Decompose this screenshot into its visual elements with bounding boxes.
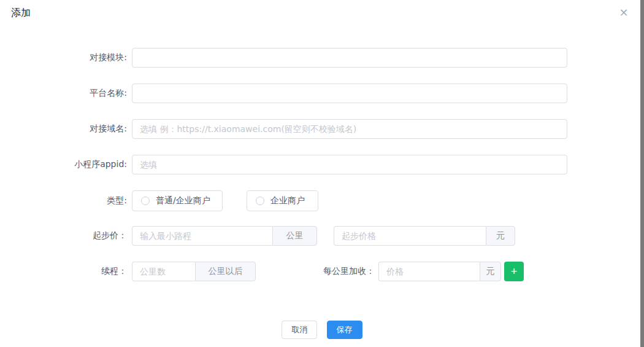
- per-km-surcharge-label: 每公里加收：: [256, 266, 375, 277]
- module-label: 对接模块:: [0, 52, 127, 63]
- domain-label: 对接域名:: [0, 123, 127, 135]
- platform-input[interactable]: [132, 84, 567, 103]
- save-button[interactable]: 保存: [327, 321, 362, 339]
- radio-normal-merchant-label: 普通/企业商户: [156, 195, 210, 206]
- radio-circle-icon: [141, 197, 150, 205]
- radio-enterprise-merchant-label: 企业商户: [270, 195, 305, 206]
- radio-normal-merchant[interactable]: 普通/企业商户: [132, 190, 223, 211]
- renewal-distance-input[interactable]: [132, 262, 195, 281]
- form-row-platform: 平台名称:: [0, 84, 626, 103]
- scrollbar[interactable]: [640, 0, 644, 347]
- cancel-button[interactable]: 取消: [282, 321, 317, 339]
- per-km-price-unit: 元: [480, 262, 501, 281]
- add-tier-button[interactable]: +: [504, 262, 524, 281]
- form-row-domain: 对接域名:: [0, 119, 626, 139]
- renewal-distance-group: 公里以后: [132, 262, 256, 281]
- min-distance-unit: 公里: [272, 226, 317, 246]
- dialog-footer: 取消 保存: [0, 321, 644, 339]
- per-km-price-input[interactable]: [378, 262, 480, 281]
- base-fare-group: 元: [334, 226, 515, 246]
- form-row-module: 对接模块:: [0, 48, 626, 68]
- form-row-appid: 小程序appid:: [0, 155, 626, 174]
- radio-circle-icon: [256, 197, 264, 205]
- base-fare-unit: 元: [486, 226, 515, 246]
- domain-input[interactable]: [132, 119, 567, 139]
- dialog-title: 添加: [11, 7, 31, 20]
- type-label: 类型:: [0, 195, 127, 206]
- radio-enterprise-merchant[interactable]: 企业商户: [247, 190, 318, 211]
- min-distance-input[interactable]: [132, 226, 272, 246]
- per-km-price-group: 元: [378, 262, 501, 281]
- appid-label: 小程序appid:: [0, 159, 127, 170]
- renewal-distance-unit: 公里以后: [195, 262, 256, 281]
- close-icon[interactable]: ×: [616, 5, 631, 20]
- module-input[interactable]: [132, 48, 567, 68]
- platform-label: 平台名称:: [0, 88, 127, 99]
- min-distance-group: 公里: [132, 226, 317, 246]
- form-row-base-price: 起步价： 公里 元: [0, 226, 626, 246]
- appid-input[interactable]: [132, 155, 567, 174]
- form-row-renewal: 续程： 公里以后 每公里加收： 元 +: [0, 262, 626, 281]
- form-row-type: 类型: 普通/企业商户 企业商户: [0, 190, 626, 211]
- base-fare-input[interactable]: [334, 226, 486, 246]
- base-price-label: 起步价：: [0, 230, 127, 241]
- renewal-label: 续程：: [0, 266, 127, 277]
